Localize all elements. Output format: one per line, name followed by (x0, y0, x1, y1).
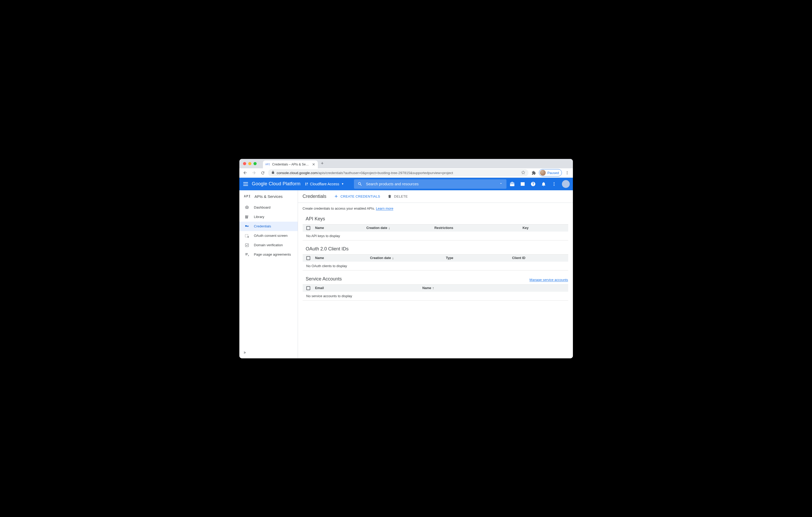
window-close-button[interactable] (243, 162, 246, 165)
api-keys-table: Name Creation date ↓ Restrictions Key No… (303, 224, 568, 240)
gcp-header: Google Cloud Platform Cloudflare Access … (239, 178, 573, 190)
back-button[interactable] (241, 169, 249, 176)
plus-icon (334, 194, 339, 199)
forward-button[interactable] (250, 169, 258, 176)
page-title: Credentials (303, 194, 326, 199)
sidebar-item-domain-verification[interactable]: Domain verification (239, 240, 298, 250)
svg-point-0 (567, 171, 568, 172)
search-icon (357, 182, 362, 186)
empty-state: No API keys to display (303, 232, 568, 240)
svg-point-11 (248, 236, 249, 238)
col-restrictions[interactable]: Restrictions (435, 226, 523, 230)
section-title: API Keys (303, 216, 325, 222)
browser-tab[interactable]: API Credentials – APIs & Services – ✕ (263, 160, 318, 168)
empty-state: No service accounts to display (303, 292, 568, 300)
cloud-shell-icon[interactable] (520, 181, 525, 187)
project-icon (305, 183, 308, 185)
settings-menu-icon[interactable] (551, 181, 557, 187)
body-area: API APIs & Services Dashboard Library Cr… (239, 190, 573, 358)
traffic-lights[interactable] (239, 162, 260, 165)
svg-point-6 (246, 207, 247, 207)
check-icon (244, 243, 249, 247)
search-dropdown-icon[interactable] (499, 182, 503, 186)
sidebar-item-dashboard[interactable]: Dashboard (239, 203, 298, 212)
col-type[interactable]: Type (446, 256, 512, 260)
account-avatar[interactable] (562, 180, 570, 188)
bookmark-star-icon[interactable] (521, 171, 525, 175)
oauth-table: Name Creation date ↓ Type Client ID No O… (303, 254, 568, 271)
browser-menu-icon[interactable] (563, 169, 571, 176)
url-text: console.cloud.google.com/apis/credential… (277, 171, 453, 175)
help-icon[interactable] (530, 181, 536, 187)
reload-button[interactable] (259, 169, 267, 176)
search-input[interactable] (366, 182, 495, 186)
col-creation-date[interactable]: Creation date ↓ (367, 226, 435, 230)
nav-menu-button[interactable] (242, 181, 249, 187)
helper-text: Create credentials to access your enable… (303, 207, 568, 210)
col-client-id[interactable]: Client ID (512, 256, 564, 260)
lock-icon (271, 171, 275, 175)
tab-close-icon[interactable]: ✕ (311, 162, 315, 166)
gcp-searchbar[interactable] (354, 179, 506, 189)
tab-title: Credentials – APIs & Services – (272, 162, 309, 166)
service-accounts-table: Email Name ↑ No service accounts to disp… (303, 284, 568, 301)
sidebar-item-label: OAuth consent screen (254, 234, 288, 238)
browser-toolbar: console.cloud.google.com/apis/credential… (239, 168, 573, 178)
project-picker[interactable]: Cloudflare Access ▼ (304, 181, 346, 187)
section-oauth-clients: OAuth 2.0 Client IDs Name Creation date … (303, 246, 568, 271)
key-icon (244, 224, 249, 229)
address-bar[interactable]: console.cloud.google.com/apis/credential… (268, 169, 529, 176)
svg-rect-7 (245, 215, 246, 218)
sidebar-item-page-usage[interactable]: Page usage agreements (239, 250, 298, 259)
window-zoom-button[interactable] (254, 162, 257, 165)
window-minimize-button[interactable] (248, 162, 252, 165)
col-name[interactable]: Name ↑ (423, 286, 564, 290)
svg-point-4 (554, 183, 554, 184)
gcp-logo[interactable]: Google Cloud Platform (252, 181, 300, 187)
table-header-row: Email Name ↑ (303, 285, 568, 292)
collapse-sidebar-button[interactable] (243, 351, 247, 356)
svg-point-2 (567, 174, 568, 174)
free-trial-icon[interactable] (510, 181, 515, 187)
profile-status: Paused (547, 171, 559, 175)
sidebar-item-credentials[interactable]: Credentials (239, 222, 298, 231)
manage-service-accounts-link[interactable]: Manage service accounts (529, 278, 568, 282)
consent-icon (244, 234, 249, 238)
sidebar-section-title[interactable]: API APIs & Services (239, 190, 298, 203)
col-name[interactable]: Name (315, 256, 370, 260)
svg-rect-12 (245, 244, 249, 247)
section-title: Service Accounts (303, 276, 342, 282)
sidebar-title-text: APIs & Services (255, 194, 283, 199)
create-credentials-button[interactable]: CREATE CREDENTIALS (334, 194, 380, 199)
svg-rect-9 (247, 215, 248, 218)
agreement-icon (244, 252, 249, 257)
sidebar-item-oauth-consent[interactable]: OAuth consent screen (239, 231, 298, 240)
select-all-checkbox[interactable] (306, 286, 310, 290)
extensions-icon[interactable] (530, 169, 537, 176)
col-creation-date[interactable]: Creation date ↓ (370, 256, 446, 260)
select-all-checkbox[interactable] (306, 256, 310, 260)
notifications-icon[interactable] (541, 181, 546, 187)
svg-point-3 (554, 182, 554, 183)
col-key[interactable]: Key (523, 226, 564, 230)
sidebar-item-label: Credentials (254, 224, 271, 228)
sidebar-item-label: Library (254, 215, 264, 219)
svg-point-1 (567, 173, 568, 173)
header-utilities (510, 180, 570, 188)
select-all-checkbox[interactable] (306, 226, 310, 230)
empty-state: No OAuth clients to display (303, 262, 568, 270)
col-email[interactable]: Email (315, 286, 423, 290)
dashboard-icon (244, 205, 249, 210)
delete-button[interactable]: DELETE (387, 194, 408, 199)
sort-asc-icon: ↑ (432, 286, 434, 290)
browser-window: API Credentials – APIs & Services – ✕ + … (239, 159, 573, 358)
profile-chip[interactable]: Paused (539, 169, 562, 176)
sidebar-item-library[interactable]: Library (239, 212, 298, 222)
api-badge-icon: API (244, 194, 251, 198)
sidebar-item-label: Dashboard (254, 206, 271, 209)
new-tab-button[interactable]: + (318, 161, 327, 166)
sidebar: API APIs & Services Dashboard Library Cr… (239, 190, 298, 358)
col-name[interactable]: Name (315, 226, 367, 230)
learn-more-link[interactable]: Learn more (376, 207, 393, 210)
sidebar-item-label: Domain verification (254, 243, 283, 247)
